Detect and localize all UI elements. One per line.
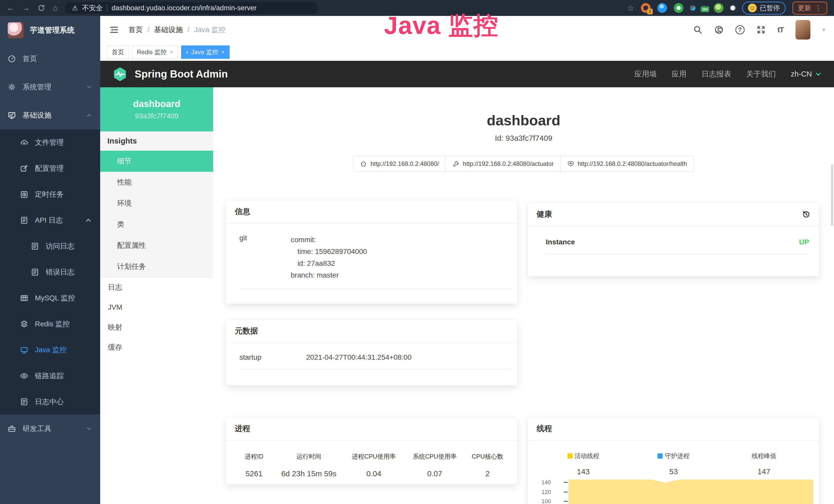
instance-name: dashboard xyxy=(133,98,180,109)
actuator-url-button[interactable]: http://192.168.0.2:48080/actuator xyxy=(446,156,561,172)
sba-menu-scheduled-tasks[interactable]: 计划任务 xyxy=(100,256,213,277)
service-url-button[interactable]: http://192.168.0.2:48080/ xyxy=(353,156,446,172)
log-icon xyxy=(31,242,39,250)
breadcrumb-infra[interactable]: 基础设施 xyxy=(154,25,183,35)
health-row-label: Instance xyxy=(546,238,575,246)
sba-menu-jvm[interactable]: JVM xyxy=(100,297,213,317)
sba-nav-about[interactable]: 关于我们 xyxy=(746,69,776,79)
extension-icon-grid[interactable] xyxy=(690,5,695,10)
bookmark-star-icon[interactable]: ☆ xyxy=(627,4,634,13)
history-icon[interactable] xyxy=(802,210,811,219)
metadata-key: startup xyxy=(239,353,306,362)
card-title: 信息 xyxy=(235,206,250,217)
extension-icon-tampermonkey[interactable]: on xyxy=(702,5,707,10)
fullscreen-icon[interactable] xyxy=(756,25,766,35)
sidebar-item-redis-monitor[interactable]: Redis 监控 xyxy=(0,311,100,337)
sba-nav-wallboard[interactable]: 应用墙 xyxy=(634,69,657,79)
menu-label: 环境 xyxy=(117,199,132,208)
home-icon xyxy=(360,160,367,167)
sidebar-item-devtools[interactable]: 研发工具 xyxy=(0,415,100,443)
forward-icon[interactable]: → xyxy=(22,4,30,12)
tab-redis-monitor[interactable]: Redis 监控 × xyxy=(132,45,178,59)
back-icon[interactable]: ← xyxy=(7,4,14,12)
menu-label: 类 xyxy=(117,220,124,229)
sba-menu-metrics[interactable]: 性能 xyxy=(100,172,213,193)
legend-value: 53 xyxy=(629,467,719,476)
sba-menu-caches[interactable]: 缓存 xyxy=(100,337,213,358)
tab-java-monitor[interactable]: ● Java 监控 × xyxy=(181,45,229,59)
wrench-icon xyxy=(453,160,459,167)
close-icon[interactable]: × xyxy=(221,49,225,55)
sidebar-item-access-log[interactable]: 访问日志 xyxy=(0,233,100,259)
spring-boot-admin-logo xyxy=(112,66,128,82)
sidebar-item-java-monitor[interactable]: Java 监控 xyxy=(0,337,100,363)
user-avatar[interactable] xyxy=(795,20,810,40)
extension-icon-blue-pin[interactable] xyxy=(657,3,667,13)
sidebar-item-tracing[interactable]: 链路追踪 xyxy=(0,363,100,389)
help-icon[interactable]: ? xyxy=(736,25,745,35)
github-icon[interactable] xyxy=(714,25,724,35)
breadcrumb-home[interactable]: 首页 xyxy=(128,25,143,35)
menu-label: 配置属性 xyxy=(117,240,146,250)
instance-header[interactable]: dashboard 93a3fc7f7409 xyxy=(100,87,213,132)
sba-header: Spring Boot Admin 应用墙 应用 日志报表 关于我们 zh-CN xyxy=(100,61,834,87)
eye-icon xyxy=(20,372,28,380)
sba-menu-logs[interactable]: 日志 xyxy=(100,277,213,297)
update-button[interactable]: 更新 ⋮ xyxy=(792,2,827,15)
sba-menu-details[interactable]: 细节 xyxy=(100,151,213,172)
sba-nav-applications[interactable]: 应用 xyxy=(672,69,686,79)
extension-icon-orange[interactable]: 1 xyxy=(641,3,651,13)
sidebar-item-config-manage[interactable]: 配置管理 xyxy=(0,155,100,181)
address-divider xyxy=(107,4,107,12)
sidebar-item-api-log[interactable]: API 日志 xyxy=(0,207,100,233)
sidebar-item-file-manage[interactable]: 文件管理 xyxy=(0,130,100,155)
sba-menu-config-props[interactable]: 配置属性 xyxy=(100,235,213,256)
scrollbar-thumb[interactable] xyxy=(831,164,833,226)
tab-home[interactable]: 首页 xyxy=(107,45,129,59)
legend-value: 143 xyxy=(538,467,629,476)
sba-locale-select[interactable]: zh-CN xyxy=(791,70,822,78)
address-bar[interactable]: ⚠ 不安全 dashboard.yudao.iocoder.cn/infra/a… xyxy=(65,2,317,14)
sidebar-item-scheduled-jobs[interactable]: 定时任务 xyxy=(0,181,100,207)
reload-icon[interactable] xyxy=(38,4,45,12)
table-icon xyxy=(20,294,28,302)
card-title: 进程 xyxy=(235,423,250,434)
cpu-cores: 2 xyxy=(465,469,510,478)
sba-menu-classes[interactable]: 类 xyxy=(100,214,213,235)
health-url-button[interactable]: http://192.168.0.2:48080/actuator/health xyxy=(561,156,694,172)
health-instance-row[interactable]: Instance UP xyxy=(546,238,809,254)
browser-menu-icon[interactable]: ⋮ xyxy=(815,4,822,12)
search-icon[interactable] xyxy=(693,25,702,35)
sba-menu-mappings[interactable]: 映射 xyxy=(100,317,213,337)
card-title: 元数据 xyxy=(235,326,258,336)
sidebar-item-error-log[interactable]: 错误日志 xyxy=(0,259,100,285)
extensions-puzzle-icon[interactable] xyxy=(730,5,736,10)
sba-brand-title[interactable]: Spring Boot Admin xyxy=(135,68,228,80)
col-header: 系统CPU使用率 xyxy=(404,452,465,461)
edit-icon xyxy=(20,164,28,173)
security-label[interactable]: 不安全 xyxy=(82,3,103,13)
sidebar-item-infra[interactable]: 基础设施 xyxy=(0,101,100,130)
collapse-sidebar-icon[interactable] xyxy=(109,25,119,35)
paused-badge[interactable]: ☺ 已暂停 xyxy=(742,2,786,15)
extension-icon-leaf[interactable] xyxy=(714,3,724,13)
close-icon[interactable]: × xyxy=(170,49,173,55)
sidebar-item-home[interactable]: 首页 xyxy=(0,45,100,73)
card-title: 线程 xyxy=(536,423,552,434)
app-logo-row[interactable]: 芋道管理系统 xyxy=(0,16,100,45)
sidebar-item-log-center[interactable]: 日志中心 xyxy=(0,389,100,415)
font-size-icon[interactable]: tT xyxy=(777,25,784,34)
sba-menu-environment[interactable]: 环境 xyxy=(100,193,213,214)
tick-mark xyxy=(564,492,568,492)
screen-icon xyxy=(20,346,28,354)
sba-nav-journal[interactable]: 日志报表 xyxy=(701,69,731,79)
url-text[interactable]: dashboard.yudao.iocoder.cn/infra/admin-s… xyxy=(111,4,256,12)
extension-icon-green-circle[interactable] xyxy=(674,3,683,13)
sidebar-item-system[interactable]: 系统管理 xyxy=(0,73,100,101)
health-card: 健康 Instance UP xyxy=(528,203,819,276)
avatar-caret-icon[interactable]: ▾ xyxy=(822,26,825,33)
process-pid: 5261 xyxy=(234,469,274,478)
sidebar-item-mysql-monitor[interactable]: MySQL 监控 xyxy=(0,285,100,311)
browser-home-icon[interactable]: ⌂ xyxy=(53,4,58,12)
tick-mark xyxy=(564,482,568,483)
